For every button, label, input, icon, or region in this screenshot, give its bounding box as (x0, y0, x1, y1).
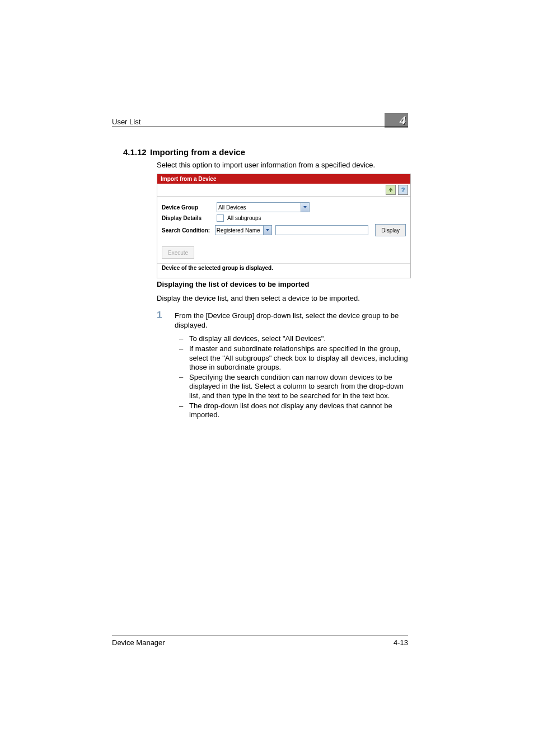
section-number: 4.1.12 (123, 147, 147, 157)
execute-row: Execute (157, 242, 410, 263)
running-header-title: User List (112, 118, 140, 126)
section-title: Importing from a device (150, 147, 245, 157)
list-item: To display all devices, select "All Devi… (175, 334, 408, 344)
panel-toolbar: ? (157, 184, 410, 197)
header-rule (112, 127, 408, 127)
search-condition-select[interactable]: Registered Name (215, 225, 272, 235)
step-body: From the [Device Group] drop-down list, … (175, 311, 408, 421)
list-item: The drop-down list does not display any … (175, 402, 408, 420)
help-icon[interactable]: ? (398, 185, 408, 195)
device-group-select[interactable]: All Devices (217, 202, 310, 212)
import-panel: Import from a Device ? Device Group All … (157, 174, 411, 278)
all-subgroups-checkbox[interactable] (217, 214, 224, 222)
chevron-down-icon (263, 226, 271, 235)
device-group-value: All Devices (218, 204, 246, 211)
all-subgroups-label: All subgroups (227, 215, 261, 221)
display-button[interactable]: Display (375, 224, 406, 236)
search-condition-row: Search Condition: Registered Name Displa… (162, 224, 406, 236)
panel-titlebar: Import from a Device (157, 174, 410, 184)
panel-form: Device Group All Devices Display Details… (157, 197, 410, 242)
subsection-description: Display the device list, and then select… (157, 294, 360, 302)
chevron-down-icon (301, 203, 309, 212)
display-details-label: Display Details (162, 215, 213, 221)
search-condition-label: Search Condition: (162, 227, 212, 234)
footer-page-number: 4-13 (394, 638, 408, 647)
step-main-text: From the [Device Group] drop-down list, … (175, 311, 408, 330)
chapter-number: 4 (400, 113, 406, 128)
up-icon[interactable] (386, 185, 396, 195)
section-description: Select this option to import user inform… (157, 161, 375, 169)
subsection-heading: Displaying the list of devices to be imp… (157, 280, 309, 288)
execute-button[interactable]: Execute (162, 246, 194, 259)
search-text-input[interactable] (275, 225, 368, 235)
device-group-label: Device Group (162, 204, 213, 211)
step-bullet-list: To display all devices, select "All Devi… (175, 334, 408, 420)
device-group-row: Device Group All Devices (162, 202, 406, 212)
page: User List 4 4.1.12 Importing from a devi… (0, 0, 534, 756)
search-condition-value: Registered Name (217, 227, 260, 234)
list-item: Specifying the search condition can narr… (175, 373, 408, 401)
footer-left: Device Manager (112, 638, 165, 647)
panel-message: Device of the selected group is displaye… (157, 263, 410, 278)
footer-rule (112, 636, 408, 636)
list-item: If master and subordinate relationships … (175, 344, 408, 372)
chapter-badge: 4 (385, 113, 408, 128)
display-details-row: Display Details All subgroups (162, 214, 406, 222)
step-number: 1 (157, 310, 162, 321)
